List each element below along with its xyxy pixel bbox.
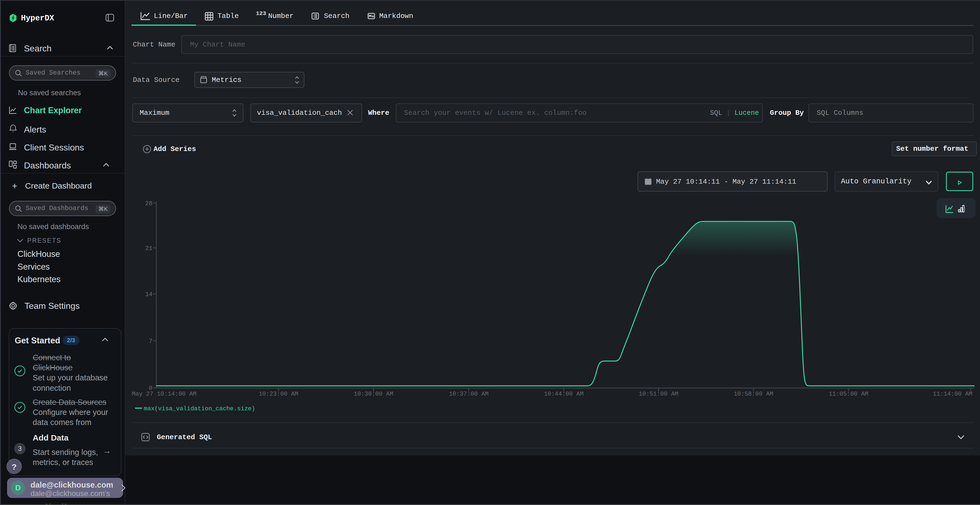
svg-text:10:58:00 AM: 10:58:00 AM: [733, 391, 773, 397]
svg-text:10:30:00 AM: 10:30:00 AM: [354, 391, 393, 397]
svg-text:11:14:00 AM: 11:14:00 AM: [933, 391, 972, 397]
svg-text:10:51:00 AM: 10:51:00 AM: [639, 391, 678, 397]
svg-text:21: 21: [145, 245, 153, 252]
svg-text:10:44:00 AM: 10:44:00 AM: [544, 391, 583, 397]
svg-text:7: 7: [149, 338, 153, 345]
svg-text:10:23:00 AM: 10:23:00 AM: [259, 391, 298, 397]
svg-text:May 27 10:14:00 AM: May 27 10:14:00 AM: [132, 391, 197, 397]
svg-text:max(visa_validation_cache.size: max(visa_validation_cache.size): [144, 405, 255, 412]
svg-text:28: 28: [145, 200, 153, 207]
svg-text:10:37:00 AM: 10:37:00 AM: [449, 391, 488, 397]
svg-text:11:05:00 AM: 11:05:00 AM: [829, 391, 868, 397]
svg-text:14: 14: [145, 291, 153, 298]
